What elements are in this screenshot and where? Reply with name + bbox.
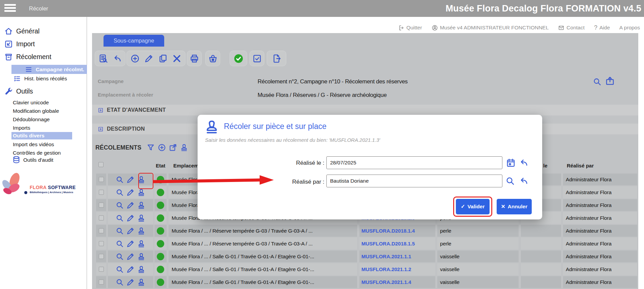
- section-etat-avancement[interactable]: ETAT D'AVANCEMENT: [92, 105, 638, 115]
- recoler-stamp-icon[interactable]: [137, 278, 146, 287]
- row-checkbox[interactable]: [99, 190, 104, 195]
- edit-pencil-icon[interactable]: [126, 188, 135, 197]
- recoler-stamp-icon[interactable]: [137, 239, 146, 248]
- valider-button[interactable]: ✓ Valider: [456, 199, 490, 214]
- realise-le-label: Réalisé le :: [203, 160, 324, 166]
- utility-link-contact[interactable]: Contact: [558, 25, 584, 31]
- copy-button[interactable]: [157, 53, 169, 64]
- view-magnifier-icon[interactable]: [115, 278, 124, 287]
- basket-button[interactable]: [207, 53, 218, 64]
- row-checkbox[interactable]: [99, 267, 104, 272]
- select-all-checkbox[interactable]: [98, 162, 104, 167]
- row-checkbox[interactable]: [99, 280, 104, 285]
- sidebar-item-r-colement[interactable]: Récolement: [0, 51, 87, 63]
- sidebar-item-outils-d-audit[interactable]: Outils d'audit: [0, 155, 87, 164]
- undo-button[interactable]: [111, 53, 123, 64]
- view-magnifier-icon[interactable]: [115, 188, 124, 197]
- sidebar-item-imports[interactable]: Imports: [0, 124, 87, 132]
- inventory-number-link[interactable]: MUSFLORA.2021.1.2: [361, 266, 411, 272]
- cell-realise-le: [521, 225, 561, 237]
- row-checkbox[interactable]: [99, 203, 104, 208]
- toolbar-group: [126, 51, 185, 66]
- realise-le-input[interactable]: [326, 156, 502, 169]
- print-button[interactable]: [188, 53, 200, 64]
- filter-funnel-icon[interactable]: [146, 143, 155, 152]
- undo-icon[interactable]: [519, 176, 529, 186]
- sidebar-item-hist-biens-r-col-s[interactable]: Hist. biens récolés: [0, 74, 87, 83]
- add-button[interactable]: [129, 53, 141, 64]
- sidebar-item-outils[interactable]: Outils: [0, 85, 87, 97]
- row-checkbox[interactable]: [99, 254, 104, 259]
- stamp-icon[interactable]: [180, 143, 188, 152]
- field-label: Emplacement à récoler: [98, 92, 153, 98]
- external-link-icon[interactable]: [169, 143, 177, 152]
- edit-pencil-icon[interactable]: [126, 175, 135, 184]
- view-magnifier-icon[interactable]: [115, 265, 124, 274]
- edit-pencil-icon[interactable]: [126, 265, 135, 274]
- checkbox-button[interactable]: [251, 53, 263, 64]
- realise-par-input[interactable]: [326, 175, 502, 187]
- sidebar-item-modification-globale[interactable]: Modification globale: [0, 107, 87, 115]
- expand-plus-icon[interactable]: [98, 126, 104, 132]
- sidebar-item-campagne-r-colmt-[interactable]: Campagne récolmt.: [11, 65, 87, 74]
- recoler-stamp-icon[interactable]: [137, 175, 146, 184]
- sidebar-item-g-n-ral[interactable]: Général: [0, 25, 87, 37]
- utility-link-quitter[interactable]: Quitter: [398, 25, 422, 31]
- row-select-cell: [96, 199, 106, 211]
- edit-pencil-icon[interactable]: [126, 214, 135, 222]
- expand-plus-icon[interactable]: [98, 107, 104, 113]
- view-magnifier-icon[interactable]: [115, 214, 124, 222]
- recoler-stamp-icon[interactable]: [137, 227, 146, 235]
- utility-link-aide[interactable]: ?Aide: [594, 24, 610, 31]
- inventory-number-link[interactable]: MUSFLORA.2021.1.1: [361, 254, 411, 259]
- view-magnifier-icon[interactable]: [115, 227, 124, 235]
- cell-emplacement: Musée Flora / ... / Salle G-01 / Travée …: [169, 263, 357, 275]
- export-button[interactable]: [271, 53, 282, 64]
- row-checkbox[interactable]: [99, 241, 104, 246]
- hamburger-menu-icon[interactable]: [4, 4, 16, 13]
- validate-green-button[interactable]: [233, 53, 244, 64]
- recoler-stamp-icon[interactable]: [137, 265, 146, 274]
- tab-sous-campagne[interactable]: Sous-campagne: [104, 35, 164, 47]
- recoler-stamp-icon[interactable]: [137, 214, 146, 222]
- edit-pencil-icon[interactable]: [126, 201, 135, 210]
- open-panel-icon[interactable]: [605, 76, 615, 86]
- sidebar-item-import-des-vid-os[interactable]: Import des vidéos: [0, 140, 87, 149]
- list-search-button[interactable]: [97, 53, 109, 64]
- recoler-stamp-icon[interactable]: [137, 188, 146, 197]
- recoler-stamp-icon[interactable]: [137, 252, 146, 261]
- search-icon[interactable]: [505, 176, 515, 186]
- sidebar-item-label: Modification globale: [13, 108, 59, 114]
- edit-pencil-icon[interactable]: [126, 278, 135, 287]
- add-icon[interactable]: [157, 143, 166, 152]
- delete-button[interactable]: [171, 53, 183, 64]
- row-checkbox[interactable]: [99, 177, 104, 182]
- utility-link-a-propos[interactable]: A propos: [619, 25, 640, 31]
- sidebar-item-import[interactable]: Import: [0, 38, 87, 50]
- sidebar-item-clavier-unicode[interactable]: Clavier unicode: [0, 98, 87, 107]
- dialog-subtitle: Saisir les données nécessaires au récole…: [205, 137, 380, 143]
- row-checkbox[interactable]: [99, 215, 104, 220]
- row-checkbox[interactable]: [99, 228, 104, 233]
- edit-button[interactable]: [143, 53, 155, 64]
- inventory-number-link[interactable]: MUSFLORA.D2018.1.4: [361, 228, 415, 234]
- utility-link-label: Quitter: [406, 25, 422, 31]
- edit-pencil-icon[interactable]: [126, 252, 135, 261]
- calendar-icon[interactable]: [506, 158, 516, 168]
- recoler-stamp-icon[interactable]: [137, 201, 146, 210]
- edit-pencil-icon[interactable]: [126, 239, 135, 248]
- sidebar-item-outils-divers[interactable]: Outils divers: [11, 132, 72, 139]
- view-magnifier-icon[interactable]: [115, 201, 124, 210]
- undo-icon[interactable]: [519, 158, 529, 168]
- edit-pencil-icon[interactable]: [126, 227, 135, 235]
- annuler-button[interactable]: ✕ Annuler: [497, 199, 532, 214]
- view-magnifier-icon[interactable]: [115, 175, 124, 184]
- search-icon[interactable]: [592, 77, 602, 86]
- inventory-number-link[interactable]: MUSFLORA.2021.1.4: [361, 279, 411, 285]
- view-magnifier-icon[interactable]: [115, 239, 124, 248]
- inventory-number-link[interactable]: MUSFLORA.D2018.1.5: [361, 241, 415, 246]
- sidebar-item-d-doublonnage[interactable]: Dédoublonnage: [0, 115, 87, 124]
- view-magnifier-icon[interactable]: [115, 252, 124, 261]
- module-label: Récoler: [29, 0, 48, 17]
- utility-link-mus-e-v4-administrateur-fonctionnel[interactable]: Musée v4 ADMINISTRATEUR FONCTIONNEL: [432, 25, 549, 31]
